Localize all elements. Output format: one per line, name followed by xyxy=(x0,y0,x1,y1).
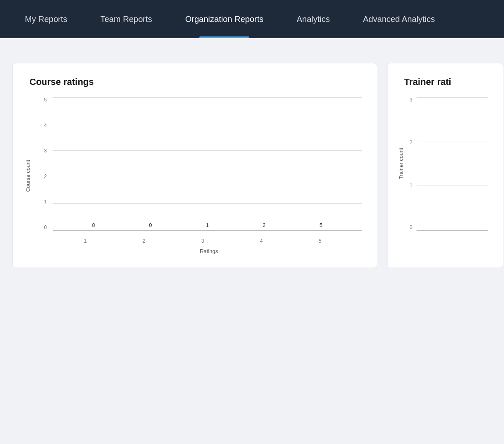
bar-group-2: 0 xyxy=(122,222,179,230)
x-tick-3: 3 xyxy=(173,238,232,244)
bars-container: 0 0 1 xyxy=(53,97,362,230)
y-ticks: 0 1 2 3 4 5 xyxy=(38,97,49,230)
trainer-y-axis-label: Trainer count xyxy=(398,148,404,179)
trainer-y-axis-container: Trainer count xyxy=(396,97,406,230)
trainer-ratings-title: Trainer rati xyxy=(404,77,488,87)
bar-label-3: 1 xyxy=(206,222,208,228)
x-ticks: 1 2 3 4 5 xyxy=(38,238,362,244)
bar-group-5: 5 xyxy=(293,222,349,230)
bar-group-3: 1 xyxy=(179,222,235,230)
trainer-y-tick-1: 1 xyxy=(406,182,415,187)
tab-analytics[interactable]: Analytics xyxy=(280,0,346,38)
y-tick-1: 1 xyxy=(38,199,49,204)
trainer-y-ticks: 0 1 2 3 xyxy=(406,97,415,230)
trainer-ratings-card: Trainer rati Trainer count 0 1 2 3 xyxy=(387,63,503,268)
x-tick-4: 4 xyxy=(232,238,291,244)
trainer-grid-3 xyxy=(417,97,488,98)
trainer-y-tick-2: 2 xyxy=(406,140,415,145)
grid-line-0 xyxy=(53,230,362,231)
trainer-grid-2 xyxy=(417,142,488,142)
bar-group-4: 2 xyxy=(236,222,293,230)
x-tick-1: 1 xyxy=(56,238,115,244)
bar-group-1: 0 xyxy=(65,222,122,230)
bars-plot: 0 0 1 xyxy=(53,97,362,230)
tab-team-reports[interactable]: Team Reports xyxy=(84,0,169,38)
y-axis-label: Course count xyxy=(25,160,31,192)
bar-label-5: 5 xyxy=(320,222,322,228)
y-tick-0: 0 xyxy=(38,225,49,230)
x-axis-label: Ratings xyxy=(56,248,362,254)
main-content: Course ratings Course count 0 1 2 3 4 xyxy=(0,38,504,293)
y-tick-2: 2 xyxy=(38,174,49,179)
chart-plot-area: 0 1 2 3 4 5 xyxy=(38,97,362,238)
trainer-plot: 0 1 2 3 xyxy=(406,97,488,230)
trainer-grid-1 xyxy=(417,186,488,186)
tab-organization-reports[interactable]: Organization Reports xyxy=(169,0,280,38)
tab-my-reports[interactable]: My Reports xyxy=(8,0,84,38)
course-ratings-title: Course ratings xyxy=(29,77,362,87)
trainer-y-tick-0: 0 xyxy=(406,225,415,230)
x-tick-2: 2 xyxy=(115,238,174,244)
y-axis-label-container: Course count xyxy=(21,97,34,254)
chart-inner: 0 1 2 3 4 5 xyxy=(34,97,362,254)
trainer-bars-plot xyxy=(417,97,488,230)
y-tick-4: 4 xyxy=(38,123,49,128)
bar-label-2: 0 xyxy=(149,222,152,228)
course-ratings-card: Course ratings Course count 0 1 2 3 4 xyxy=(12,63,377,268)
bar-label-1: 0 xyxy=(92,222,95,228)
trainer-grid-0 xyxy=(417,230,488,231)
y-tick-5: 5 xyxy=(38,97,49,102)
nav-bar: My Reports Team Reports Organization Rep… xyxy=(0,0,504,38)
trainer-y-tick-3: 3 xyxy=(406,97,415,102)
trainer-chart-area: Trainer count 0 1 2 3 xyxy=(396,97,488,230)
x-tick-5: 5 xyxy=(291,238,349,244)
bar-label-4: 2 xyxy=(263,222,266,228)
course-ratings-chart-area: Course count 0 1 2 3 4 5 xyxy=(21,97,362,254)
tab-advanced-analytics[interactable]: Advanced Analytics xyxy=(346,0,451,38)
y-tick-3: 3 xyxy=(38,148,49,153)
